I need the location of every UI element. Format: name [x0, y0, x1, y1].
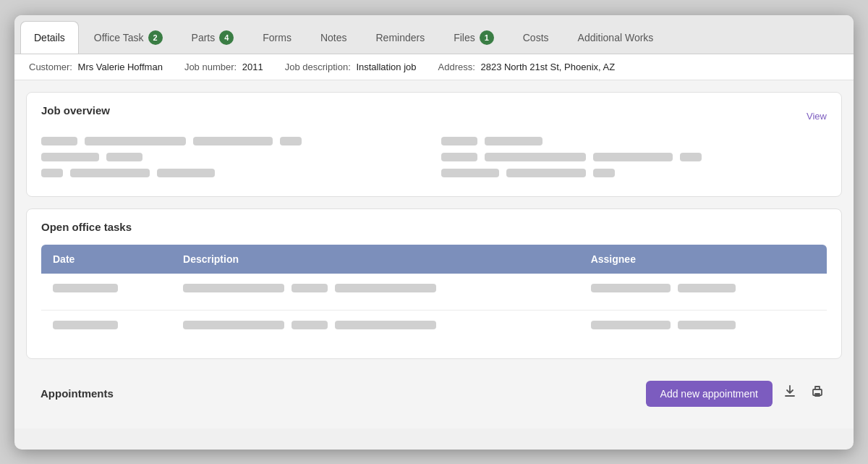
sk-row: [591, 321, 815, 329]
address-value: 2823 North 21st St, Phoenix, AZ: [480, 62, 615, 72]
add-new-appointment-button[interactable]: Add new appointment: [646, 381, 773, 407]
footer-right: Add new appointment: [646, 381, 827, 407]
job-overview-card: Job overview View: [26, 92, 842, 197]
job-description-field: Job description: Installation job: [285, 62, 417, 72]
tab-files-label: Files: [454, 32, 475, 43]
tab-details-label: Details: [34, 32, 65, 43]
sk: [280, 137, 302, 145]
sk: [53, 321, 118, 329]
tasks-table: Date Description Assignee: [41, 245, 827, 347]
tab-notes[interactable]: Notes: [307, 21, 361, 54]
customer-field: Customer: Mrs Valerie Hoffman: [29, 62, 163, 72]
skeleton-row-5: [441, 153, 827, 161]
tab-files[interactable]: Files 1: [440, 21, 508, 54]
tab-notes-label: Notes: [320, 32, 347, 43]
skeleton-row-2: [41, 153, 427, 161]
sk-row: [53, 321, 160, 329]
sk: [157, 169, 215, 177]
job-overview-header: Job overview View: [41, 104, 827, 128]
table-cell-date: [41, 310, 171, 347]
tab-files-badge: 1: [480, 30, 494, 45]
tab-additional-works[interactable]: Additional Works: [564, 21, 668, 54]
skeleton-row-4: [441, 137, 827, 145]
sk: [591, 284, 671, 292]
tab-details[interactable]: Details: [20, 21, 79, 54]
sk-row: [591, 284, 815, 292]
sk: [106, 153, 142, 161]
job-description-label: Job description:: [285, 62, 351, 72]
table-cell-assignee: [579, 274, 827, 311]
sk: [593, 169, 615, 177]
job-number-field: Job number: 2011: [184, 62, 263, 72]
skeleton-row-1: [41, 137, 427, 145]
view-link[interactable]: View: [807, 111, 827, 122]
skeleton-row-6: [441, 169, 827, 177]
tab-office-task-badge: 2: [148, 30, 163, 45]
sk: [85, 137, 186, 145]
tab-costs-label: Costs: [523, 32, 549, 43]
address-label: Address:: [438, 62, 475, 72]
sk: [593, 153, 673, 161]
tab-parts-badge: 4: [219, 30, 234, 45]
job-number-label: Job number:: [184, 62, 237, 72]
tasks-table-head: Date Description Assignee: [41, 245, 827, 274]
tab-reminders[interactable]: Reminders: [362, 21, 438, 54]
open-office-tasks-title: Open office tasks: [41, 221, 827, 233]
content-area: Customer: Mrs Valerie Hoffman Job number…: [14, 54, 854, 429]
table-cell-desc: [171, 274, 579, 311]
tab-reminders-label: Reminders: [375, 32, 425, 43]
tab-additional-works-label: Additional Works: [578, 32, 654, 43]
sk: [441, 153, 477, 161]
tasks-table-header-row: Date Description Assignee: [41, 245, 827, 274]
address-field: Address: 2823 North 21st St, Phoenix, AZ: [438, 62, 616, 72]
sk: [41, 169, 63, 177]
table-row: [41, 310, 827, 347]
sk-row: [183, 321, 568, 329]
job-number-value: 2011: [242, 62, 263, 72]
print-button[interactable]: [807, 381, 827, 405]
sk: [441, 137, 477, 145]
open-office-tasks-card: Open office tasks Date Description Assig…: [26, 208, 842, 359]
job-overview-body: [41, 137, 827, 185]
tab-office-task-label: Office Task: [94, 32, 144, 43]
tab-forms-label: Forms: [263, 32, 292, 43]
sk: [70, 169, 150, 177]
sk: [193, 137, 273, 145]
sk-row: [53, 284, 160, 292]
table-cell-desc: [171, 310, 579, 347]
sk-row: [183, 284, 568, 292]
download-button[interactable]: [780, 381, 800, 405]
tasks-table-body: [41, 274, 827, 347]
skeleton-row-3: [41, 169, 427, 177]
col-date: Date: [41, 245, 171, 274]
table-cell-date: [41, 274, 171, 311]
table-cell-assignee: [579, 310, 827, 347]
sk: [183, 284, 284, 292]
col-assignee: Assignee: [579, 245, 827, 274]
tab-parts-label: Parts: [192, 32, 216, 43]
main-content: Job overview View: [14, 80, 854, 429]
tab-costs[interactable]: Costs: [509, 21, 563, 54]
customer-label: Customer:: [29, 62, 72, 72]
sk: [506, 169, 586, 177]
appointments-section: Appointments Add new appointment: [26, 371, 842, 417]
table-row: [41, 274, 827, 311]
app-window: Details Office Task 2 Parts 4 Forms Note…: [14, 15, 854, 450]
sk: [678, 321, 736, 329]
tab-forms[interactable]: Forms: [249, 21, 305, 54]
overview-left-col: [41, 137, 427, 185]
sk: [335, 321, 436, 329]
sk: [485, 137, 542, 145]
sk: [485, 153, 586, 161]
download-icon: [783, 384, 797, 399]
sk: [183, 321, 284, 329]
sk: [335, 284, 436, 292]
sk: [41, 137, 77, 145]
sk: [591, 321, 671, 329]
tab-parts[interactable]: Parts 4: [178, 21, 248, 54]
sk: [441, 169, 499, 177]
job-overview-title: Job overview: [41, 104, 110, 117]
job-description-value: Installation job: [356, 62, 416, 72]
sk: [41, 153, 99, 161]
tab-office-task[interactable]: Office Task 2: [80, 21, 176, 54]
